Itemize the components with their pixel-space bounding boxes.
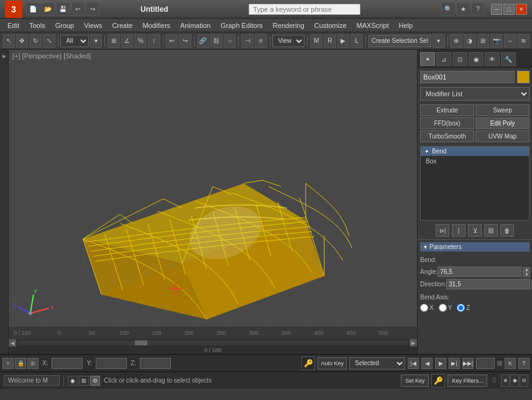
status-icon-3[interactable]: ⚙ xyxy=(90,376,100,386)
angle-up[interactable]: ▲ xyxy=(523,267,530,272)
ffd-btn[interactable]: FFD(box) xyxy=(420,117,474,129)
status-icon-1[interactable]: ◉ xyxy=(68,376,78,386)
extrude-btn[interactable]: Extrude xyxy=(420,104,474,116)
stack-nav-up[interactable]: | xyxy=(452,224,466,237)
spacing-btn[interactable]: ↔ xyxy=(504,34,516,48)
rotate-tool[interactable]: ↻ xyxy=(29,34,42,48)
x-radio-input[interactable] xyxy=(420,304,428,312)
sweep-btn[interactable]: Sweep xyxy=(475,104,530,116)
scroll-left[interactable]: ◀ xyxy=(9,339,16,347)
tab-create[interactable]: ✦ xyxy=(420,52,435,66)
tab-motion[interactable]: ◉ xyxy=(469,52,484,66)
render-setup[interactable]: R xyxy=(324,34,336,48)
left-expand-btn[interactable]: ▶ xyxy=(2,53,6,59)
key-mode-btn[interactable]: K xyxy=(505,358,516,369)
edit-poly-btn[interactable]: Edit Poly xyxy=(475,117,530,129)
menu-rendering[interactable]: Rendering xyxy=(268,20,310,30)
stack-nav-chain[interactable]: ⛓ xyxy=(484,224,498,237)
angle-input[interactable]: 76,5 xyxy=(438,266,521,277)
tab-display[interactable]: 👁 xyxy=(485,52,500,66)
undo-btn[interactable]: ↩ xyxy=(165,34,178,48)
selected-dropdown[interactable]: Selected xyxy=(349,357,405,370)
params-collapse-icon[interactable]: ▾ xyxy=(424,243,427,250)
key-filters-btn[interactable]: Key Filters... xyxy=(447,375,487,387)
maximize-btn[interactable]: □ xyxy=(503,4,515,15)
array-btn[interactable]: ⊞ xyxy=(477,34,490,48)
render-btn[interactable]: ▶ xyxy=(337,34,350,48)
clone-align[interactable]: ≋ xyxy=(518,34,530,48)
color-swatch[interactable] xyxy=(517,71,530,83)
scroll-track[interactable] xyxy=(17,340,408,345)
layer-icon[interactable]: ≡ xyxy=(2,358,14,369)
menu-modifiers[interactable]: Modifiers xyxy=(137,20,175,30)
set-key-btn[interactable]: Set Key xyxy=(401,375,429,387)
menu-group[interactable]: Group xyxy=(50,20,80,30)
auto-key-btn[interactable]: Auto Key xyxy=(318,357,347,370)
snap-toggle[interactable]: ⊞ xyxy=(108,34,120,48)
z-input[interactable] xyxy=(140,358,171,369)
x-input[interactable] xyxy=(52,358,83,369)
stack-bend-header[interactable]: ✦ Bend xyxy=(421,147,529,156)
z-radio-input[interactable] xyxy=(457,304,465,312)
menu-animation[interactable]: Animation xyxy=(175,20,216,30)
tab-hierarchy[interactable]: ⊡ xyxy=(452,52,467,66)
new-icon[interactable]: 📄 xyxy=(26,2,40,16)
play-end-btn[interactable]: ▶▶| xyxy=(462,358,474,369)
next-frame-btn[interactable]: ▶| xyxy=(449,358,460,369)
mirror2[interactable]: ◑ xyxy=(464,34,476,48)
angle-down[interactable]: ▼ xyxy=(523,272,530,277)
align-btn[interactable]: ≡ xyxy=(255,34,267,48)
create-selection-btn[interactable]: Create Selection Sel xyxy=(369,35,431,47)
object-name-input[interactable]: Box001 xyxy=(420,71,515,83)
stack-box-item[interactable]: Box xyxy=(421,156,529,166)
stat-btn-1[interactable]: ⊕ xyxy=(501,375,510,387)
minimize-btn[interactable]: ─ xyxy=(491,4,502,15)
close-btn[interactable]: ✕ xyxy=(516,4,527,15)
filter-btn[interactable]: ▾ xyxy=(90,34,103,48)
key-icon[interactable]: 🔑 xyxy=(301,357,315,370)
material-editor[interactable]: M xyxy=(310,34,323,48)
percent-snap[interactable]: % xyxy=(134,34,147,48)
snapshot-btn[interactable]: 📷 xyxy=(490,34,503,48)
layer-btn[interactable]: L xyxy=(351,34,363,48)
time-config-btn[interactable]: T xyxy=(518,358,530,369)
uvw-map-btn[interactable]: UVW Map xyxy=(475,130,530,142)
tab-modify[interactable]: ⊿ xyxy=(436,52,451,66)
viewport[interactable]: [+] [Perspective] [Shaded] xyxy=(9,50,417,354)
stat-btn-3[interactable]: ⊟ xyxy=(520,375,528,387)
menu-graph-editors[interactable]: Graph Editors xyxy=(216,20,268,30)
frame-input[interactable]: 0 xyxy=(476,358,495,369)
turbosmooth-btn[interactable]: TurboSmooth xyxy=(420,130,474,142)
view-dropdown[interactable]: View xyxy=(272,35,305,47)
save-icon[interactable]: 💾 xyxy=(56,2,70,16)
prev-frame-btn[interactable]: ◀ xyxy=(421,358,433,369)
help-btn[interactable]: ? xyxy=(471,2,485,16)
bind-space[interactable]: ○ xyxy=(224,34,236,48)
lock-icon[interactable]: 🔒 xyxy=(15,358,26,369)
menu-customize[interactable]: Customize xyxy=(310,20,352,30)
scroll-thumb[interactable] xyxy=(135,340,147,345)
unlink-btn[interactable]: ⛓ xyxy=(210,34,222,48)
bookmark-btn[interactable]: ★ xyxy=(456,2,470,16)
y-input[interactable] xyxy=(96,358,127,369)
modifier-list-dropdown[interactable]: Modifier List xyxy=(420,87,530,101)
x-axis-radio[interactable]: X xyxy=(420,304,434,312)
menu-create[interactable]: Create xyxy=(107,20,137,30)
stack-nav-pin[interactable]: ⊳| xyxy=(436,224,449,237)
mirror-btn[interactable]: ⊣ xyxy=(241,34,254,48)
scene-x[interactable]: ⊕ xyxy=(450,34,462,48)
angle-snap[interactable]: ∠ xyxy=(121,34,134,48)
menu-views[interactable]: Views xyxy=(79,20,107,30)
redo-btn[interactable]: ↪ xyxy=(179,34,191,48)
timeline-bar[interactable]: 0 / 100 0 50 100 150 200 250 300 350 400… xyxy=(9,327,417,339)
move-tool[interactable]: ✥ xyxy=(16,34,29,48)
grid-icon[interactable]: ⊞ xyxy=(27,358,39,369)
all-dropdown[interactable]: All xyxy=(60,35,88,47)
status-icon-2[interactable]: ⊞ xyxy=(79,376,89,386)
y-axis-radio[interactable]: Y xyxy=(439,304,452,312)
select-tool[interactable]: ↖ xyxy=(2,34,15,48)
tab-utilities[interactable]: 🔧 xyxy=(501,52,516,66)
link-btn[interactable]: 🔗 xyxy=(197,34,209,48)
open-icon[interactable]: 📂 xyxy=(41,2,55,16)
play-btn[interactable]: ▶ xyxy=(435,358,446,369)
